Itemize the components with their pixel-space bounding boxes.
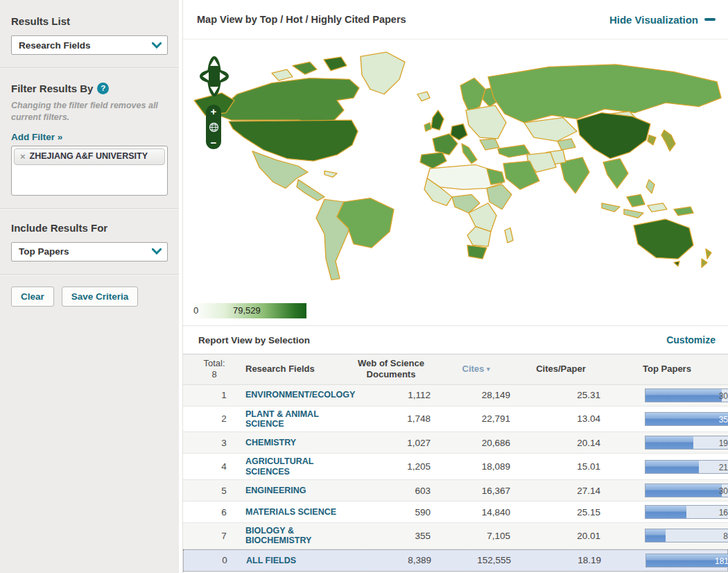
region-central-asia[interactable] [557, 139, 575, 150]
filter-tag[interactable]: × ZHEJIANG A&F UNIVERSITY [14, 148, 165, 166]
country-greenland[interactable] [361, 52, 405, 94]
pan-control-icon[interactable] [198, 55, 230, 98]
country-canada[interactable] [215, 78, 359, 126]
country-china[interactable] [577, 113, 650, 159]
country-south-africa[interactable] [467, 245, 487, 259]
top-papers-bar: 16 [606, 504, 728, 520]
country-usa[interactable] [229, 120, 358, 161]
region-indonesia[interactable] [624, 209, 643, 218]
region-indonesia[interactable] [602, 203, 620, 212]
results-list-select[interactable]: Research Fields [11, 35, 168, 55]
row-cites: 7,105 [436, 531, 516, 541]
results-list-heading: Results List [11, 0, 168, 27]
country-spain[interactable] [420, 153, 447, 169]
country-new-zealand[interactable] [702, 259, 707, 267]
country-australia[interactable] [634, 219, 693, 259]
row-field-link[interactable]: PLANT & ANIMAL SCIENCE [245, 409, 346, 429]
country-papua-new-guinea[interactable] [674, 207, 693, 215]
table-row: 5 ENGINEERING 603 16,367 27.14 30 [183, 480, 728, 502]
row-cites: 22,791 [436, 413, 516, 424]
help-icon[interactable]: ? [97, 83, 109, 94]
top-papers-bar-track: 35 [645, 412, 728, 426]
top-papers-value: 30 [719, 391, 728, 401]
row-cites: 14,840 [436, 507, 516, 518]
country-madagascar[interactable] [505, 228, 513, 242]
region-scandinavia[interactable] [460, 78, 485, 112]
table-row: 7 BIOLOGY & BIOCHEMISTRY 355 7,105 20.01… [183, 523, 728, 549]
country-italy[interactable] [462, 144, 477, 164]
row-docs: 590 [346, 507, 436, 518]
row-field-link[interactable]: ENGINEERING [245, 486, 346, 495]
top-papers-bar-track: 30 [645, 388, 728, 402]
zoom-control: + − [206, 105, 221, 149]
top-papers-bar-track: 181 [645, 554, 728, 567]
clear-button[interactable]: Clear [11, 286, 54, 307]
row-rank: 3 [183, 438, 245, 448]
row-cites: 20,686 [436, 438, 516, 448]
top-papers-bar-fill [645, 506, 686, 518]
report-table-header: Total: 8 Research Fields Web of Science … [183, 354, 728, 385]
region-indonesia[interactable] [648, 203, 667, 212]
column-header-cites-paper: Cites/Paper [516, 364, 606, 375]
globe-icon[interactable] [209, 122, 219, 132]
arctic-island[interactable] [324, 57, 347, 71]
row-field-link[interactable]: ALL FIELDS [246, 556, 347, 565]
region-borneo[interactable] [627, 194, 645, 207]
top-papers-bar-fill [645, 484, 722, 497]
region-eastern-europe[interactable] [466, 105, 506, 139]
row-field-link[interactable]: ENVIRONMENT/ECOLOGY [245, 390, 346, 400]
country-uk[interactable] [431, 110, 444, 130]
country-brazil[interactable] [337, 198, 394, 248]
save-criteria-button[interactable]: Save Criteria [62, 286, 139, 307]
country-kazakhstan[interactable] [524, 118, 577, 142]
row-docs: 1,027 [346, 438, 436, 448]
row-field-link[interactable]: CHEMISTRY [245, 438, 346, 447]
arctic-island[interactable] [293, 62, 317, 74]
world-map[interactable] [189, 41, 722, 282]
map-legend: 0 79,529 [193, 303, 306, 318]
region-east-africa[interactable] [487, 185, 512, 209]
report-view-title: Report View by Selection [198, 335, 310, 345]
remove-filter-icon[interactable]: × [20, 151, 26, 162]
zoom-out-button[interactable]: − [211, 138, 217, 147]
row-cites: 152,555 [437, 555, 517, 565]
country-tasmania[interactable] [674, 262, 679, 266]
arctic-island[interactable] [272, 69, 293, 80]
add-filter-link[interactable]: Add Filter » [11, 132, 168, 142]
country-japan[interactable] [661, 130, 675, 151]
country-turkey[interactable] [498, 145, 530, 157]
top-papers-bar-track: 30 [645, 484, 728, 497]
hide-visualization-link[interactable]: Hide Visualization [609, 14, 716, 26]
row-field-link[interactable]: BIOLOGY & BIOCHEMISTRY [245, 526, 346, 546]
country-germany[interactable] [451, 124, 467, 140]
filters-sidebar: Results List Research Fields Filter Resu… [0, 0, 179, 573]
row-docs: 355 [346, 531, 436, 541]
row-cites: 28,149 [436, 390, 516, 400]
country-new-zealand[interactable] [706, 249, 711, 259]
column-header-cites[interactable]: Cites ▾ [436, 364, 516, 375]
country-korea[interactable] [648, 135, 656, 145]
top-papers-bar-track: 19 [645, 436, 728, 450]
include-results-select[interactable]: Top Papers [11, 242, 168, 262]
row-cites-per-paper: 13.04 [516, 413, 606, 424]
row-field-link[interactable]: MATERIALS SCIENCE [245, 507, 346, 517]
region-balkans[interactable] [480, 139, 499, 150]
row-docs: 1,748 [346, 413, 436, 424]
total-count-value: 8 [183, 369, 245, 380]
country-ireland[interactable] [424, 123, 431, 131]
include-results-heading: Include Results For [11, 209, 168, 234]
row-rank: 6 [183, 507, 245, 518]
zoom-in-button[interactable]: + [211, 107, 217, 116]
country-iceland[interactable] [417, 92, 430, 101]
top-papers-value: 35 [719, 415, 728, 425]
region-central-america[interactable] [297, 180, 324, 200]
total-count-header: Total: 8 [183, 358, 245, 381]
region-caribbean[interactable] [324, 171, 337, 177]
row-docs: 1,205 [346, 461, 436, 472]
customize-link[interactable]: Customize [666, 334, 716, 345]
region-indochina[interactable] [603, 159, 628, 189]
row-field-link[interactable]: AGRICULTURAL SCIENCES [245, 456, 346, 477]
country-philippines[interactable] [646, 180, 655, 194]
top-papers-bar-track: 8 [645, 529, 728, 542]
top-papers-bar: 35 [606, 411, 728, 427]
